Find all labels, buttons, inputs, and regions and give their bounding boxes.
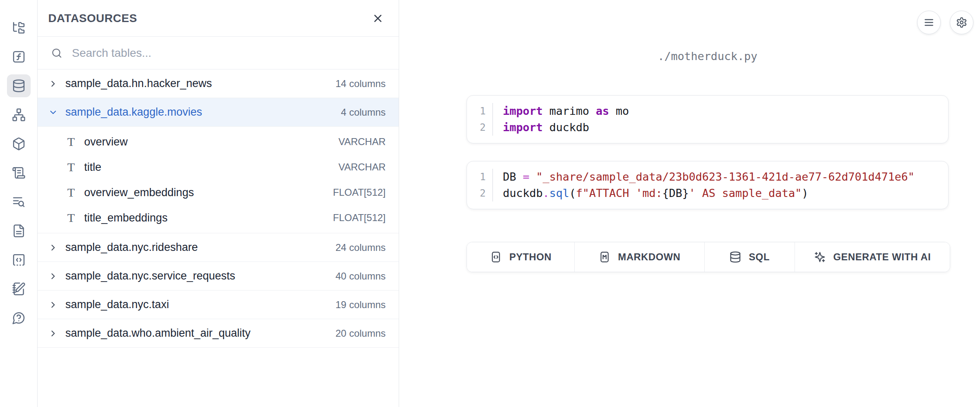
table-name: sample_data.nyc.rideshare	[65, 241, 198, 254]
table-name: sample_data.nyc.service_requests	[65, 270, 235, 282]
notebook-filename[interactable]: ./motherduck.py	[467, 50, 949, 63]
gear-button[interactable]	[950, 11, 973, 34]
table-column-count: 4 columns	[341, 107, 386, 118]
chevron-right-icon[interactable]	[48, 329, 58, 338]
sidebar-button-notebook-pen[interactable]	[7, 277, 31, 300]
sidebar-button-network[interactable]	[7, 103, 31, 126]
list-search-icon	[12, 195, 26, 209]
line-numbers: 12	[467, 169, 493, 201]
database-icon	[12, 79, 26, 93]
notebook-corner-actions	[917, 11, 973, 34]
chevron-right-icon	[48, 243, 58, 253]
menu-button[interactable]	[917, 11, 941, 34]
chevron-right-icon	[48, 300, 58, 310]
search-tables-input[interactable]	[72, 47, 388, 60]
table-column-count: 40 columns	[335, 271, 386, 282]
search-icon	[51, 47, 63, 59]
column-name: overview	[84, 136, 128, 148]
help-chat-icon	[12, 311, 26, 325]
column-row[interactable]: ToverviewVARCHAR	[38, 129, 399, 154]
folder-tree-icon	[12, 21, 26, 35]
sidebar-button-snippets-code[interactable]	[7, 248, 31, 271]
add-cell-button-label: SQL	[749, 251, 770, 263]
notebook-pen-icon	[12, 282, 26, 296]
add-cell-button-label: PYTHON	[509, 251, 552, 263]
column-name: overview_embeddings	[84, 186, 194, 199]
table-name: sample_data.nyc.taxi	[65, 298, 169, 311]
table-columns-group: ToverviewVARCHARTtitleVARCHARToverview_e…	[38, 127, 399, 233]
function-square-icon	[12, 50, 26, 64]
table-row[interactable]: sample_data.nyc.taxi19 columns	[38, 291, 399, 319]
notebook-main: ./motherduck.py 12import marimo as moimp…	[399, 0, 980, 407]
column-type: VARCHAR	[338, 136, 386, 148]
snippets-code-icon	[12, 253, 26, 267]
table-row[interactable]: sample_data.who.ambient_air_quality20 co…	[38, 319, 399, 348]
code-square-icon	[490, 251, 502, 263]
table-column-count: 14 columns	[335, 78, 386, 89]
sidebar-button-database[interactable]	[7, 74, 31, 97]
chevron-right-icon[interactable]	[48, 243, 58, 253]
gear-icon	[956, 17, 967, 28]
menu-icon	[923, 17, 935, 28]
column-row[interactable]: Toverview_embeddingsFLOAT[512]	[38, 180, 399, 205]
close-panel-button[interactable]	[369, 10, 386, 27]
table-list: sample_data.hn.hacker_news14 columnssamp…	[38, 69, 399, 348]
search-icon	[51, 47, 63, 59]
table-row[interactable]: sample_data.nyc.service_requests40 colum…	[38, 262, 399, 291]
add-cell-button-label: GENERATE WITH AI	[833, 251, 931, 263]
panel-title: DATASOURCES	[48, 12, 137, 25]
network-icon	[12, 108, 26, 122]
scroll-text-icon	[12, 166, 26, 180]
chevron-right-icon[interactable]	[48, 271, 58, 281]
table-row[interactable]: sample_data.hn.hacker_news14 columns	[38, 69, 399, 98]
table-column-count: 24 columns	[335, 242, 386, 253]
code-editor[interactable]: import marimo as moimport duckdb	[493, 103, 948, 136]
column-name: title_embeddings	[84, 212, 167, 224]
add-cell-python-button[interactable]: PYTHON	[467, 242, 575, 272]
code-cell: 12DB = "_share/sample_data/23b0d623-1361…	[467, 161, 949, 209]
column-row[interactable]: TtitleVARCHAR	[38, 154, 399, 180]
chevron-right-icon[interactable]	[48, 300, 58, 310]
add-cell-button-label: MARKDOWN	[618, 251, 681, 263]
database-icon	[729, 251, 741, 263]
column-type: FLOAT[512]	[333, 187, 386, 198]
sidebar-button-list-search[interactable]	[7, 190, 31, 213]
sidebar-button-function-square[interactable]	[7, 45, 31, 68]
column-type: FLOAT[512]	[333, 212, 386, 224]
sidebar-button-box[interactable]	[7, 132, 31, 155]
table-row[interactable]: sample_data.kaggle.movies4 columns	[38, 98, 399, 127]
chevron-down-icon	[48, 107, 58, 117]
add-cell-button-group: PYTHONMARKDOWNSQLGENERATE WITH AI	[467, 242, 950, 272]
table-row[interactable]: sample_data.nyc.rideshare24 columns	[38, 233, 399, 262]
column-type: VARCHAR	[338, 161, 386, 173]
text-type-icon: T	[65, 186, 78, 199]
chevron-right-icon	[48, 329, 58, 338]
sparkles-icon	[814, 251, 826, 263]
text-type-icon: T	[65, 160, 78, 174]
table-name: sample_data.who.ambient_air_quality	[65, 327, 250, 340]
code-cell: 12import marimo as moimport duckdb	[467, 95, 949, 143]
chevron-right-icon[interactable]	[48, 79, 58, 89]
add-cell-sql-button[interactable]: SQL	[705, 242, 795, 272]
code-editor[interactable]: DB = "_share/sample_data/23b0d623-1361-4…	[493, 169, 948, 201]
table-search-bar	[38, 37, 399, 69]
sidebar-button-help-chat[interactable]	[7, 306, 31, 329]
sidebar-button-scroll-text[interactable]	[7, 161, 31, 184]
box-icon	[12, 137, 26, 151]
chevron-down-icon[interactable]	[48, 107, 58, 117]
column-row[interactable]: Ttitle_embeddingsFLOAT[512]	[38, 205, 399, 230]
text-type-icon: T	[65, 135, 78, 149]
icon-sidebar	[0, 0, 38, 407]
add-cell-markdown-button[interactable]: MARKDOWN	[575, 242, 705, 272]
sidebar-button-file-text[interactable]	[7, 219, 31, 242]
table-name: sample_data.hn.hacker_news	[65, 77, 212, 90]
chevron-right-icon	[48, 79, 58, 89]
table-column-count: 19 columns	[335, 299, 386, 311]
cells-container: 12import marimo as moimport duckdb12DB =…	[467, 95, 949, 209]
sidebar-button-folder-tree[interactable]	[7, 16, 31, 39]
text-type-icon: T	[65, 211, 78, 225]
line-numbers: 12	[467, 103, 493, 136]
marimo-app: DATASOURCES sample_data.hn.hacker_news14…	[0, 0, 980, 407]
add-cell-generate-with-ai-button[interactable]: GENERATE WITH AI	[795, 242, 950, 272]
chevron-right-icon	[48, 271, 58, 281]
